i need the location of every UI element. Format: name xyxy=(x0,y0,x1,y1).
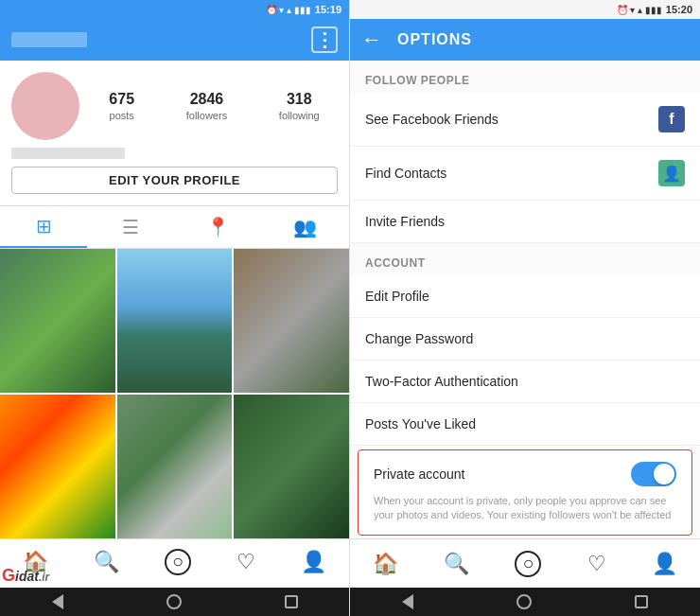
change-password-label: Change Password xyxy=(365,331,473,346)
edit-profile-item[interactable]: Edit Profile xyxy=(350,275,700,318)
heart-icon: ♡ xyxy=(236,550,255,574)
following-label: following xyxy=(279,110,320,121)
photo-5[interactable] xyxy=(117,395,233,538)
two-factor-label: Two-Factor Authentication xyxy=(365,374,518,389)
tab-grid[interactable]: ⊞ xyxy=(0,206,87,248)
right-profile-icon: 👤 xyxy=(652,552,677,576)
right-panel: ⏰ ▾ ▴ ▮▮▮ 15:20 ← OPTIONS FOLLOW PEOPLE … xyxy=(350,0,700,616)
right-status-icons: ⏰ ▾ ▴ ▮▮▮ xyxy=(617,5,662,15)
nav-search[interactable]: 🔍 xyxy=(94,550,119,574)
toggle-knob xyxy=(654,464,674,484)
invite-friends-item[interactable]: Invite Friends xyxy=(350,201,700,243)
left-time: 15:19 xyxy=(315,4,341,15)
private-account-row: Private account xyxy=(374,462,676,486)
edit-profile-label: Edit Profile xyxy=(365,289,429,304)
posts-stat: 675 posts xyxy=(109,91,134,121)
photo-2[interactable] xyxy=(117,249,233,393)
left-bottom-nav: 🏠 🔍 ○ ♡ 👤 xyxy=(0,538,349,588)
private-account-box: Private account When your account is pri… xyxy=(358,449,692,536)
nav-camera[interactable]: ○ xyxy=(165,549,191,575)
right-camera-icon: ○ xyxy=(515,551,541,577)
private-account-toggle[interactable] xyxy=(631,462,676,486)
right-nav-activity[interactable]: ♡ xyxy=(587,552,606,576)
profile-info: 675 posts 2846 followers 318 following xyxy=(11,72,338,140)
tab-bar: ⊞ ☰ 📍 👥 xyxy=(0,205,349,249)
private-account-description: When your account is private, only peopl… xyxy=(374,494,676,523)
account-header: ACCOUNT xyxy=(350,243,700,275)
back-arrow-button[interactable]: ← xyxy=(361,27,382,52)
username-placeholder xyxy=(11,32,87,47)
right-recent-button[interactable] xyxy=(635,595,648,608)
more-options-button[interactable]: ⋮ xyxy=(311,26,338,53)
stats-container: 675 posts 2846 followers 318 following xyxy=(91,91,338,121)
right-bottom-nav: 🏠 🔍 ○ ♡ 👤 xyxy=(350,538,700,588)
right-nav-home[interactable]: 🏠 xyxy=(373,552,398,576)
tab-list[interactable]: ☰ xyxy=(87,206,174,248)
right-status-bar: ⏰ ▾ ▴ ▮▮▮ 15:20 xyxy=(350,0,700,19)
contact-icon: 👤 xyxy=(658,160,685,186)
photo-4[interactable] xyxy=(0,395,115,538)
right-nav-camera[interactable]: ○ xyxy=(515,551,541,577)
profile-section: 675 posts 2846 followers 318 following E… xyxy=(0,61,349,205)
photo-3[interactable] xyxy=(234,249,349,393)
see-facebook-friends-item[interactable]: See Facebook Friends f xyxy=(350,93,700,147)
find-contacts-item[interactable]: Find Contacts 👤 xyxy=(350,147,700,201)
find-contacts-label: Find Contacts xyxy=(365,166,446,181)
tab-location[interactable]: 📍 xyxy=(175,206,262,248)
right-nav-search[interactable]: 🔍 xyxy=(444,552,469,576)
change-password-item[interactable]: Change Password xyxy=(350,318,700,361)
right-time: 15:20 xyxy=(666,4,692,15)
followers-stat: 2846 followers xyxy=(186,91,227,121)
tab-tagged[interactable]: 👥 xyxy=(262,206,349,248)
nav-profile-active[interactable]: 👤 xyxy=(301,550,326,574)
watermark: Gidat.ir xyxy=(2,566,49,586)
home-button[interactable] xyxy=(166,594,182,609)
right-android-nav xyxy=(350,588,700,616)
follow-people-header: FOLLOW PEOPLE xyxy=(350,61,700,93)
posts-label: posts xyxy=(110,110,134,121)
two-factor-item[interactable]: Two-Factor Authentication xyxy=(350,361,700,403)
nav-activity[interactable]: ♡ xyxy=(236,550,255,574)
location-icon: 📍 xyxy=(206,216,230,238)
profile-icon: 👤 xyxy=(301,550,326,574)
see-facebook-friends-label: See Facebook Friends xyxy=(365,112,499,127)
list-icon: ☰ xyxy=(122,216,139,238)
posts-count: 675 xyxy=(109,91,134,108)
photo-1[interactable] xyxy=(0,249,115,393)
status-icons: ⏰ ▾ ▴ ▮▮▮ xyxy=(266,5,311,15)
back-button[interactable] xyxy=(52,594,63,609)
avatar xyxy=(11,72,79,140)
right-home-button[interactable] xyxy=(516,594,532,609)
photo-6[interactable] xyxy=(234,395,349,538)
left-top-bar: ⋮ xyxy=(0,19,349,61)
following-count: 318 xyxy=(287,91,312,108)
options-content: FOLLOW PEOPLE See Facebook Friends f Fin… xyxy=(350,61,700,538)
display-name-placeholder xyxy=(11,148,125,159)
right-heart-icon: ♡ xyxy=(587,552,606,576)
left-status-bar: ⏰ ▾ ▴ ▮▮▮ 15:19 xyxy=(0,0,349,19)
right-search-icon: 🔍 xyxy=(444,552,469,576)
left-android-nav xyxy=(0,588,349,616)
followers-count: 2846 xyxy=(190,91,224,108)
posts-liked-label: Posts You've Liked xyxy=(365,416,476,431)
right-back-button[interactable] xyxy=(402,594,413,609)
following-stat: 318 following xyxy=(279,91,320,121)
facebook-icon: f xyxy=(658,106,685,132)
right-nav-profile[interactable]: 👤 xyxy=(652,552,677,576)
posts-liked-item[interactable]: Posts You've Liked xyxy=(350,403,700,446)
camera-icon: ○ xyxy=(165,549,191,575)
recent-button[interactable] xyxy=(285,595,298,608)
invite-friends-label: Invite Friends xyxy=(365,214,445,229)
private-account-label: Private account xyxy=(374,466,465,482)
options-top-bar: ← OPTIONS xyxy=(350,19,700,61)
grid-icon: ⊞ xyxy=(36,215,52,238)
photo-grid xyxy=(0,249,349,538)
edit-profile-button[interactable]: EDIT YOUR PROFILE xyxy=(11,167,338,194)
tagged-icon: 👥 xyxy=(293,216,317,238)
search-icon: 🔍 xyxy=(94,550,119,574)
right-home-icon: 🏠 xyxy=(373,552,398,576)
followers-label: followers xyxy=(186,110,227,121)
options-title: OPTIONS xyxy=(397,31,472,48)
